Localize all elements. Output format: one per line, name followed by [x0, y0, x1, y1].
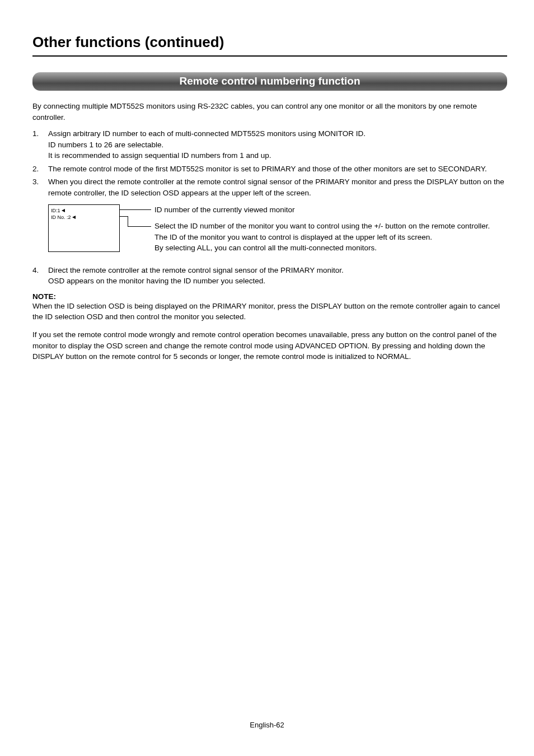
step-4-number: 4. [32, 265, 39, 276]
osd-idno-label: ID No. :2 [51, 214, 71, 220]
callout-select-l1: Select the ID number of the monitor you … [154, 222, 490, 230]
arrow-left-icon [72, 216, 76, 219]
step-2-number: 2. [32, 164, 39, 175]
step-3-number: 3. [32, 176, 39, 188]
step-1-line3: It is recommended to assign sequential I… [48, 151, 271, 160]
step-1-line1: Assign arbitrary ID number to each of mu… [48, 129, 366, 138]
osd-diagram: ID:1 ID No. :2 ID number of the currentl… [48, 204, 507, 254]
step-1: 1. Assign arbitrary ID number to each of… [32, 128, 507, 161]
step-3-text: When you direct the remote controller at… [48, 178, 504, 197]
arrow-left-icon [62, 209, 65, 212]
diagram-callouts: ID number of the currently viewed monito… [151, 204, 490, 254]
step-3: 3. When you direct the remote controller… [32, 176, 507, 198]
steps-list-2: 4. Direct the remote controller at the r… [32, 265, 507, 287]
title-rule [32, 55, 507, 57]
steps-list: 1. Assign arbitrary ID number to each of… [32, 128, 507, 198]
step-4-line2: OSD appears on the monitor having the ID… [48, 277, 265, 285]
step-4-line1: Direct the remote controller at the remo… [48, 266, 344, 274]
callout-select-id: Select the ID number of the monitor you … [154, 221, 490, 254]
step-2-text: The remote control mode of the first MDT… [48, 165, 487, 173]
step-4: 4. Direct the remote controller at the r… [32, 265, 507, 287]
note-body-1: When the ID selection OSD is being displ… [32, 301, 507, 323]
osd-id-label: ID:1 [51, 208, 60, 213]
callout-id-number: ID number of the currently viewed monito… [154, 204, 490, 216]
page-number: English-62 [0, 721, 534, 729]
intro-paragraph: By connecting multiple MDT552S monitors … [32, 101, 507, 123]
page-title: Other functions (continued) [32, 34, 507, 51]
osd-line-idno: ID No. :2 [51, 214, 117, 221]
step-1-number: 1. [32, 128, 39, 139]
osd-box: ID:1 ID No. :2 [48, 204, 120, 252]
note-body-2: If you set the remote control mode wrong… [32, 329, 507, 362]
step-1-line2: ID numbers 1 to 26 are selectable. [48, 141, 163, 149]
note-label: NOTE: [32, 292, 507, 301]
osd-line-id: ID:1 [51, 207, 117, 214]
step-2: 2. The remote control mode of the first … [32, 164, 507, 175]
callout-select-l3: By selecting ALL, you can control all th… [154, 244, 377, 252]
callout-select-l2: The ID of the monitor you want to contro… [154, 233, 432, 241]
connector-lines [120, 204, 151, 252]
section-banner: Remote control numbering function [32, 72, 507, 91]
